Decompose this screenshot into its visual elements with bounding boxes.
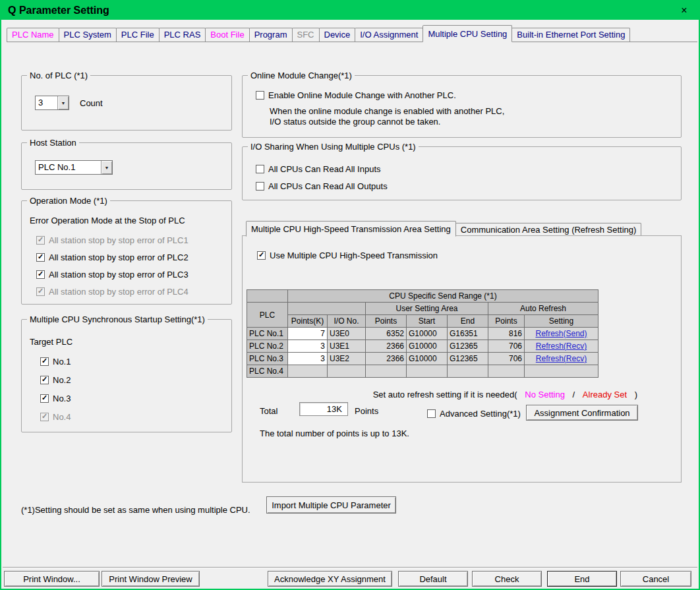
group-no-of-plc: No. of PLC (*1) 3 ▼ Count xyxy=(21,75,232,131)
cpu-send-range-table: CPU Specific Send Range (*1) PLC User Se… xyxy=(247,289,598,378)
refresh-send-link[interactable]: Refresh(Send) xyxy=(535,329,587,338)
auto-refresh-note-suffix: ) xyxy=(635,390,637,399)
group-sync-startup: Multiple CPU Synchronous Startup Setting… xyxy=(21,319,232,432)
checkbox-icon[interactable] xyxy=(256,182,264,191)
tab-built-in-ethernet-port-setting[interactable]: Built-in Ethernet Port Setting xyxy=(511,28,630,42)
end-button[interactable]: End xyxy=(547,571,617,587)
checkbox-icon[interactable] xyxy=(40,394,49,403)
checkbox-advanced-setting[interactable]: Advanced Setting(*1) xyxy=(427,409,521,419)
plc-column-header: PLC xyxy=(247,303,288,328)
checkbox-icon[interactable] xyxy=(427,409,436,418)
checkbox-enable-online-module-change[interactable]: Enable Online Module Change with Another… xyxy=(256,90,456,100)
checkbox-read-all-inputs[interactable]: All CPUs Can Read All Inputs xyxy=(256,164,381,174)
group-sync-startup-title: Multiple CPU Synchronous Startup Setting… xyxy=(27,314,208,324)
checkbox-icon[interactable] xyxy=(36,270,45,279)
tab-program[interactable]: Program xyxy=(249,28,293,42)
checkbox-label: No.2 xyxy=(53,375,71,385)
checkbox-use-hs-transmission[interactable]: Use Multiple CPU High-Speed Transmission xyxy=(257,251,438,260)
chevron-down-icon[interactable]: ▼ xyxy=(101,161,112,174)
online-module-note-line2: I/O status outside the group cannot be t… xyxy=(270,117,440,127)
io-no-cell: U3E2 xyxy=(328,353,366,365)
tab-multiple-cpu-setting[interactable]: Multiple CPU Setting xyxy=(423,25,512,42)
checkbox-label: All station stop by stop error of PLC3 xyxy=(49,270,189,280)
checkbox-label: All station stop by stop error of PLC4 xyxy=(49,287,189,297)
tab-sfc[interactable]: SFC xyxy=(292,28,320,42)
setting-cell: Refresh(Recv) xyxy=(525,353,598,365)
checkbox-icon[interactable] xyxy=(40,357,49,366)
checkbox-target-plc-no2[interactable]: No.2 xyxy=(40,375,71,385)
chevron-down-icon[interactable]: ▼ xyxy=(57,96,69,109)
title-bar: Q Parameter Setting × xyxy=(1,1,699,20)
window-title: Q Parameter Setting xyxy=(8,5,109,16)
host-station-select[interactable]: PLC No.1 ▼ xyxy=(35,160,113,175)
table-header-row-subs: Points(K) I/O No. Points Start End Point… xyxy=(247,315,598,328)
table-corner-cell xyxy=(247,290,288,303)
checkbox-stop-error-plc3[interactable]: All station stop by stop error of PLC3 xyxy=(36,270,189,280)
checkbox-label: Advanced Setting(*1) xyxy=(440,409,521,419)
checkbox-target-plc-no1[interactable]: No.1 xyxy=(40,357,71,367)
tab-communication-area-setting[interactable]: Communication Area Setting (Refresh Sett… xyxy=(455,223,642,236)
plc-count-select[interactable]: 3 ▼ xyxy=(35,96,69,110)
group-io-sharing: I/O Sharing When Using Multiple CPUs (*1… xyxy=(242,146,682,200)
auto-refresh-header: Auto Refresh xyxy=(488,303,598,315)
default-button[interactable]: Default xyxy=(398,571,468,587)
auto-points-cell xyxy=(488,365,525,378)
import-multiple-cpu-parameter-button[interactable]: Import Multiple CPU Parameter xyxy=(266,496,396,514)
points-k-cell[interactable]: 7 xyxy=(288,328,328,340)
group-no-of-plc-title: No. of PLC (*1) xyxy=(27,71,90,80)
end-header: End xyxy=(448,315,488,328)
group-operation-mode-title: Operation Mode (*1) xyxy=(27,196,110,206)
start-cell xyxy=(407,365,448,378)
tab-plc-ras[interactable]: PLC RAS xyxy=(159,28,206,42)
acknowledge-xy-assignment-button[interactable]: Acknowledge XY Assignment xyxy=(268,571,392,587)
io-no-cell: U3E0 xyxy=(328,328,366,340)
span-header-cell: CPU Specific Send Range (*1) xyxy=(288,290,598,303)
close-icon[interactable]: × xyxy=(676,5,692,16)
blank-subgroup-header xyxy=(288,303,366,315)
print-window-button[interactable]: Print Window... xyxy=(4,571,100,587)
user-points-cell: 2366 xyxy=(366,340,407,353)
tab-plc-system[interactable]: PLC System xyxy=(59,28,117,42)
tab-hs-transmission-area-setting[interactable]: Multiple CPU High-Speed Transmission Are… xyxy=(246,221,456,237)
points-k-header: Points(K) xyxy=(288,315,328,328)
table-row-plc3: PLC No.3 3 U3E2 2366 G10000 G12365 706 R… xyxy=(247,353,598,365)
refresh-recv-link[interactable]: Refresh(Recv) xyxy=(536,341,587,351)
checkbox-icon xyxy=(40,413,49,421)
io-no-cell xyxy=(328,365,366,378)
print-window-preview-button[interactable]: Print Window Preview xyxy=(102,571,200,587)
checkbox-icon[interactable] xyxy=(36,253,45,262)
tab-device[interactable]: Device xyxy=(319,28,356,42)
cancel-button[interactable]: Cancel xyxy=(620,571,691,587)
checkbox-icon xyxy=(36,236,45,245)
checkbox-label: No.4 xyxy=(53,412,71,422)
user-points-cell: 2366 xyxy=(366,353,407,365)
user-points-header: Points xyxy=(366,315,407,328)
checkbox-icon[interactable] xyxy=(40,376,49,384)
tab-boot-file[interactable]: Boot File xyxy=(205,28,249,42)
table-row-plc1: PLC No.1 7 U3E0 6352 G10000 G16351 816 R… xyxy=(247,328,598,340)
checkbox-icon[interactable] xyxy=(256,165,264,173)
assignment-confirmation-button[interactable]: Assignment Confirmation xyxy=(526,405,638,421)
checkbox-label: No.3 xyxy=(53,394,71,403)
total-points-field: 13K xyxy=(299,402,348,416)
checkbox-stop-error-plc2[interactable]: All station stop by stop error of PLC2 xyxy=(36,252,189,262)
auto-refresh-note-prefix: Set auto refresh setting if it is needed… xyxy=(373,390,517,399)
tab-plc-file[interactable]: PLC File xyxy=(116,28,160,42)
points-k-cell[interactable]: 3 xyxy=(288,353,328,365)
refresh-recv-link[interactable]: Refresh(Recv) xyxy=(536,354,587,363)
user-points-cell xyxy=(366,365,407,378)
checkbox-icon[interactable] xyxy=(257,251,266,260)
tab-plc-name[interactable]: PLC Name xyxy=(7,28,59,42)
setting-header: Setting xyxy=(525,315,598,328)
points-k-cell[interactable]: 3 xyxy=(288,340,328,353)
check-button[interactable]: Check xyxy=(472,571,542,587)
checkbox-label: All CPUs Can Read All Outputs xyxy=(268,181,388,191)
end-cell: G12365 xyxy=(448,340,488,353)
checkbox-target-plc-no3[interactable]: No.3 xyxy=(40,394,71,403)
checkbox-read-all-outputs[interactable]: All CPUs Can Read All Outputs xyxy=(256,181,388,191)
note-separator: / xyxy=(573,390,575,399)
checkbox-icon[interactable] xyxy=(256,91,264,100)
bottom-separator xyxy=(3,567,697,568)
row-label-cell: PLC No.1 xyxy=(247,328,288,340)
tab-io-assignment[interactable]: I/O Assignment xyxy=(355,28,423,42)
